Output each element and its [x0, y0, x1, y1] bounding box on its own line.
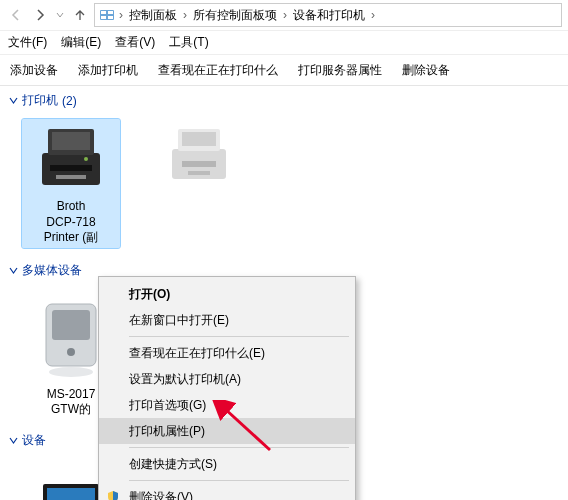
svg-point-10: [84, 157, 88, 161]
address-row: › 控制面板 › 所有控制面板项 › 设备和打印机 ›: [0, 0, 568, 30]
chevron-right-icon[interactable]: ›: [117, 8, 125, 22]
svg-rect-8: [50, 165, 92, 171]
cm-separator: [129, 336, 349, 337]
tool-add-device[interactable]: 添加设备: [10, 62, 58, 79]
toolbar: 添加设备 添加打印机 查看现在正在打印什么 打印服务器属性 删除设备: [0, 54, 568, 86]
menu-edit[interactable]: 编辑(E): [61, 34, 101, 51]
cm-open[interactable]: 打开(O): [99, 281, 355, 307]
menu-file[interactable]: 文件(F): [8, 34, 47, 51]
cm-remove-device[interactable]: 删除设备(V): [99, 484, 355, 500]
menu-view[interactable]: 查看(V): [115, 34, 155, 51]
cm-see-printing[interactable]: 查看现在正在打印什么(E): [99, 340, 355, 366]
tool-server-props[interactable]: 打印服务器属性: [298, 62, 382, 79]
forward-button[interactable]: [30, 5, 50, 25]
cm-separator: [129, 480, 349, 481]
chevron-down-icon: [8, 265, 18, 275]
chevron-down-icon: [8, 96, 18, 106]
control-panel-icon: [99, 7, 115, 23]
svg-point-20: [49, 367, 93, 377]
printer-icon: [31, 121, 111, 197]
cm-printer-properties[interactable]: 打印机属性(P): [99, 418, 355, 444]
group-header-printers[interactable]: 打印机 (2): [0, 86, 568, 115]
device-label: Broth DCP-718 Printer (副: [44, 199, 99, 246]
up-button[interactable]: [70, 5, 90, 25]
breadcrumb-control-panel[interactable]: 控制面板: [127, 7, 179, 24]
svg-rect-7: [52, 132, 90, 150]
cm-separator: [129, 447, 349, 448]
chevron-right-icon[interactable]: ›: [181, 8, 189, 22]
tool-add-printer[interactable]: 添加打印机: [78, 62, 138, 79]
shield-icon: [105, 489, 121, 500]
device-item-brother-printer[interactable]: Broth DCP-718 Printer (副: [22, 119, 120, 248]
chevron-down-icon: [8, 435, 18, 445]
svg-rect-4: [108, 16, 113, 19]
svg-rect-18: [52, 310, 90, 340]
content-area: 打印机 (2) Broth DCP-718 Printer (副: [0, 86, 568, 500]
address-bar[interactable]: › 控制面板 › 所有控制面板项 › 设备和打印机 ›: [94, 3, 562, 27]
group-label-multimedia: 多媒体设备: [22, 262, 82, 279]
printers-grid: Broth DCP-718 Printer (副: [0, 115, 568, 256]
chevron-right-icon[interactable]: ›: [281, 8, 289, 22]
group-count-printers: (2): [62, 94, 77, 108]
svg-rect-3: [101, 16, 106, 19]
svg-rect-9: [56, 175, 86, 179]
tool-see-printing[interactable]: 查看现在正在打印什么: [158, 62, 278, 79]
tool-remove-device[interactable]: 删除设备: [402, 62, 450, 79]
cm-set-default[interactable]: 设置为默认打印机(A): [99, 366, 355, 392]
svg-rect-2: [108, 11, 113, 14]
context-menu: 打开(O) 在新窗口中打开(E) 查看现在正在打印什么(E) 设置为默认打印机(…: [98, 276, 356, 500]
svg-rect-15: [188, 171, 210, 175]
svg-rect-1: [101, 11, 106, 14]
device-label: MS-2017 GTW的: [47, 387, 96, 418]
svg-point-19: [67, 348, 75, 356]
cm-open-new-window[interactable]: 在新窗口中打开(E): [99, 307, 355, 333]
menu-tools[interactable]: 工具(T): [169, 34, 208, 51]
group-label-devices: 设备: [22, 432, 46, 449]
svg-rect-13: [182, 132, 216, 146]
cm-preferences[interactable]: 打印首选项(G): [99, 392, 355, 418]
recent-dropdown-icon[interactable]: [54, 5, 66, 25]
svg-rect-14: [182, 161, 216, 167]
group-label-printers: 打印机: [22, 92, 58, 109]
breadcrumb-all-items[interactable]: 所有控制面板项: [191, 7, 279, 24]
svg-rect-22: [47, 488, 95, 500]
device-item-generic-printer[interactable]: [150, 119, 248, 248]
cm-create-shortcut[interactable]: 创建快捷方式(S): [99, 451, 355, 477]
back-button[interactable]: [6, 5, 26, 25]
breadcrumb-devices-printers[interactable]: 设备和打印机: [291, 7, 367, 24]
printer-icon: [159, 119, 239, 195]
chevron-right-icon[interactable]: ›: [369, 8, 377, 22]
menu-bar: 文件(F) 编辑(E) 查看(V) 工具(T): [0, 30, 568, 54]
